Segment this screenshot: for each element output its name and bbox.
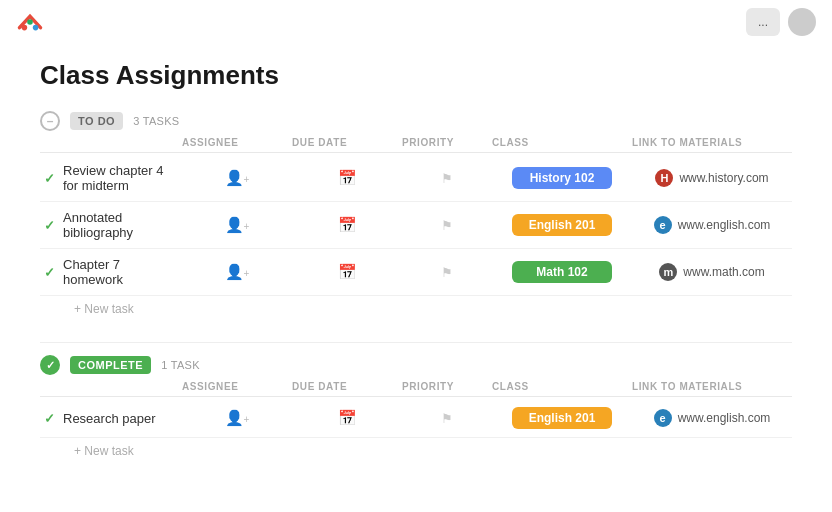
col-header-task	[70, 137, 182, 148]
col-header-task	[70, 381, 182, 392]
new-task-button-todo[interactable]: + New task	[40, 296, 134, 322]
class-cell: English 201	[492, 214, 632, 236]
flag-icon: ⚑	[441, 218, 453, 233]
priority-cell[interactable]: ⚑	[402, 411, 492, 426]
assignee-icon: 👤+	[225, 409, 250, 427]
link-content: ewww.english.com	[654, 409, 771, 427]
link-text: www.history.com	[679, 171, 768, 185]
logo-icon	[16, 8, 44, 36]
column-headers: ASSIGNEEDUE DATEPRIORITYCLASSLINK TO MAT…	[40, 137, 792, 153]
calendar-icon: 📅	[338, 216, 357, 234]
link-icon: m	[659, 263, 677, 281]
section-toggle-complete[interactable]	[40, 355, 60, 375]
section-divider	[40, 342, 792, 343]
link-text: www.english.com	[678, 218, 771, 232]
table-row: ✓Review chapter 4 for midterm👤+📅⚑History…	[40, 155, 792, 202]
avatar	[788, 8, 816, 36]
assignee-cell[interactable]: 👤+	[182, 263, 292, 281]
section-header-todo: TO DO3 TASKS	[40, 111, 792, 131]
col-header-assignee: ASSIGNEE	[182, 381, 292, 392]
sections-container: TO DO3 TASKSASSIGNEEDUE DATEPRIORITYCLAS…	[40, 111, 792, 464]
calendar-icon: 📅	[338, 263, 357, 281]
link-icon: e	[654, 409, 672, 427]
col-header-class: CLASS	[492, 381, 632, 392]
topbar: ...	[0, 0, 832, 44]
status-badge-todo: TO DO	[70, 112, 123, 130]
col-header-due_date: DUE DATE	[292, 381, 402, 392]
calendar-icon: 📅	[338, 169, 357, 187]
col-header-due_date: DUE DATE	[292, 137, 402, 148]
col-header-class: CLASS	[492, 137, 632, 148]
due-date-cell[interactable]: 📅	[292, 169, 402, 187]
calendar-icon: 📅	[338, 409, 357, 427]
task-name-cell: ✓Annotated bibliography	[40, 210, 182, 240]
link-content: Hwww.history.com	[655, 169, 768, 187]
table-row: ✓Chapter 7 homework👤+📅⚑Math 102mwww.math…	[40, 249, 792, 296]
link-icon: e	[654, 216, 672, 234]
table-row: ✓Research paper👤+📅⚑English 201ewww.engli…	[40, 399, 792, 438]
col-header-link: LINK TO MATERIALS	[632, 137, 792, 148]
link-cell[interactable]: mwww.math.com	[632, 263, 792, 281]
check-icon: ✓	[44, 411, 55, 426]
task-name-cell: ✓Review chapter 4 for midterm	[40, 163, 182, 193]
task-name-label: Chapter 7 homework	[63, 257, 182, 287]
priority-cell[interactable]: ⚑	[402, 265, 492, 280]
column-headers: ASSIGNEEDUE DATEPRIORITYCLASSLINK TO MAT…	[40, 381, 792, 397]
col-header-assignee: ASSIGNEE	[182, 137, 292, 148]
assignee-icon: 👤+	[225, 216, 250, 234]
assignee-cell[interactable]: 👤+	[182, 216, 292, 234]
task-count-todo: 3 TASKS	[133, 115, 179, 127]
topbar-right: ...	[746, 8, 816, 36]
task-name-label: Research paper	[63, 411, 156, 426]
flag-icon: ⚑	[441, 265, 453, 280]
col-header-priority: PRIORITY	[402, 381, 492, 392]
status-badge-complete: COMPLETE	[70, 356, 151, 374]
table-row: ✓Annotated bibliography👤+📅⚑English 201ew…	[40, 202, 792, 249]
link-text: www.math.com	[683, 265, 764, 279]
due-date-cell[interactable]: 📅	[292, 216, 402, 234]
new-task-button-complete[interactable]: + New task	[40, 438, 134, 464]
svg-point-2	[33, 25, 39, 31]
section-header-complete: COMPLETE1 TASK	[40, 355, 792, 375]
topbar-action-button[interactable]: ...	[746, 8, 780, 36]
task-name-cell: ✓Research paper	[40, 411, 182, 426]
due-date-cell[interactable]: 📅	[292, 409, 402, 427]
assignee-cell[interactable]: 👤+	[182, 169, 292, 187]
check-icon: ✓	[44, 171, 55, 186]
link-text: www.english.com	[678, 411, 771, 425]
task-count-complete: 1 TASK	[161, 359, 200, 371]
class-badge[interactable]: History 102	[512, 167, 612, 189]
svg-point-1	[27, 19, 33, 25]
task-name-label: Annotated bibliography	[63, 210, 182, 240]
assignee-icon: 👤+	[225, 169, 250, 187]
class-cell: Math 102	[492, 261, 632, 283]
class-badge[interactable]: English 201	[512, 407, 612, 429]
priority-cell[interactable]: ⚑	[402, 171, 492, 186]
link-cell[interactable]: ewww.english.com	[632, 409, 792, 427]
check-icon: ✓	[44, 218, 55, 233]
assignee-cell[interactable]: 👤+	[182, 409, 292, 427]
link-content: ewww.english.com	[654, 216, 771, 234]
link-cell[interactable]: Hwww.history.com	[632, 169, 792, 187]
class-badge[interactable]: Math 102	[512, 261, 612, 283]
main-content: Class Assignments TO DO3 TASKSASSIGNEEDU…	[0, 44, 832, 500]
flag-icon: ⚑	[441, 171, 453, 186]
col-header-priority: PRIORITY	[402, 137, 492, 148]
page-title: Class Assignments	[40, 60, 792, 91]
link-cell[interactable]: ewww.english.com	[632, 216, 792, 234]
link-icon: H	[655, 169, 673, 187]
col-header-link: LINK TO MATERIALS	[632, 381, 792, 392]
section-todo: TO DO3 TASKSASSIGNEEDUE DATEPRIORITYCLAS…	[40, 111, 792, 322]
task-name-label: Review chapter 4 for midterm	[63, 163, 182, 193]
priority-cell[interactable]: ⚑	[402, 218, 492, 233]
assignee-icon: 👤+	[225, 263, 250, 281]
section-complete: COMPLETE1 TASKASSIGNEEDUE DATEPRIORITYCL…	[40, 355, 792, 464]
class-badge[interactable]: English 201	[512, 214, 612, 236]
svg-point-0	[22, 25, 28, 31]
section-toggle-todo[interactable]	[40, 111, 60, 131]
flag-icon: ⚑	[441, 411, 453, 426]
class-cell: English 201	[492, 407, 632, 429]
class-cell: History 102	[492, 167, 632, 189]
task-name-cell: ✓Chapter 7 homework	[40, 257, 182, 287]
due-date-cell[interactable]: 📅	[292, 263, 402, 281]
